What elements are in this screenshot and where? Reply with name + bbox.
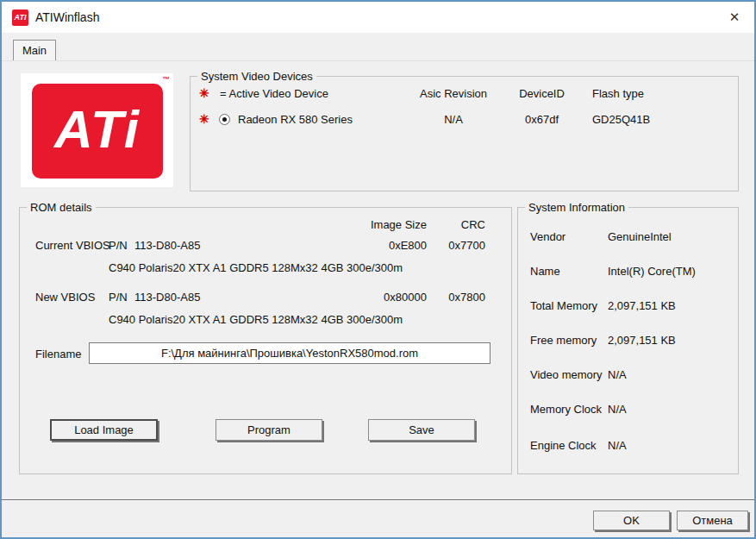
sysinfo-value-name: Intel(R) Core(TM) [608,265,696,278]
filename-input[interactable] [89,342,490,364]
system-video-devices-legend: System Video Devices [197,70,316,83]
device-deviceid: 0x67df [497,113,587,126]
window-title: ATIWinflash [35,10,99,24]
sysinfo-label-total-memory: Total Memory [530,299,597,312]
sysinfo-label-memory-clock: Memory Clock [530,403,602,416]
current-vbios-pn-label: P/N [109,239,128,252]
sysinfo-label-vendor: Vendor [530,230,565,243]
sysinfo-label-engine-clock: Engine Clock [530,439,597,452]
device-radio[interactable] [219,114,230,125]
device-asic-revision: N/A [406,113,501,126]
current-vbios-crc: 0x7700 [416,239,485,252]
atiwinflash-window: ATI ATIWinflash ✕ Main ATi ™ System Vide… [0,0,756,539]
sysinfo-value-video-memory: N/A [608,368,627,381]
column-header-asic-revision: Asic Revision [406,87,501,100]
rom-details-group: ROM details Image Size CRC Current VBIOS… [19,207,512,474]
ati-logo: ATi ™ [21,73,173,187]
sysinfo-value-memory-clock: N/A [608,403,627,416]
sysinfo-value-free-memory: 2,097,151 KB [608,334,676,347]
new-vbios-crc: 0x7800 [416,291,485,304]
current-vbios-label: Current VBIOS [35,239,110,252]
program-button[interactable]: Program [216,419,322,441]
current-vbios-image-size: 0xE800 [343,239,427,252]
filename-label: Filename [35,348,81,360]
device-active-marker-icon: ✳ [199,113,209,125]
save-button[interactable]: Save [368,419,475,441]
column-header-deviceid: DeviceID [497,87,587,100]
new-vbios-image-size: 0x80000 [343,291,427,304]
new-vbios-pn: 113-D80-A85 [134,291,200,304]
sysinfo-label-video-memory: Video memory [530,368,603,381]
column-header-crc: CRC [416,218,485,231]
current-vbios-description: C940 Polaris20 XTX A1 GDDR5 128Mx32 4GB … [109,261,403,274]
system-information-legend: System Information [525,201,628,214]
column-header-image-size: Image Size [343,218,427,231]
new-vbios-pn-label: P/N [109,291,128,304]
active-device-key-label: = Active Video Device [220,87,328,100]
sysinfo-label-name: Name [530,265,560,278]
new-vbios-description: C940 Polaris20 XTX A1 GDDR5 128Mx32 4GB … [109,313,403,326]
ok-button[interactable]: OK [593,511,670,530]
current-vbios-pn: 113-D80-A85 [134,239,200,252]
ati-app-icon: ATI [12,9,28,26]
new-vbios-label: New VBIOS [35,291,95,304]
device-flash-type: GD25Q41B [592,113,650,126]
title-bar: ATI ATIWinflash ✕ [2,2,754,33]
trademark-symbol: ™ [162,75,170,84]
tab-pane-border [2,60,754,61]
ati-logo-red-panel: ATi [32,84,163,179]
close-icon[interactable]: ✕ [715,2,754,33]
device-name[interactable]: Radeon RX 580 Series [238,113,353,126]
sysinfo-value-vendor: GenuineIntel [608,230,672,243]
sysinfo-value-total-memory: 2,097,151 KB [608,299,676,312]
active-device-marker-icon: ✳ [199,87,209,99]
sysinfo-label-free-memory: Free memory [530,334,597,347]
rom-details-legend: ROM details [27,201,96,214]
system-information-group: System Information Vendor GenuineIntel N… [517,207,739,474]
tab-main[interactable]: Main [13,40,56,60]
footer-separator [2,499,754,501]
system-video-devices-group: System Video Devices ✳ = Active Video De… [190,76,739,191]
sysinfo-value-engine-clock: N/A [608,439,627,452]
cancel-button[interactable]: Отмена [677,511,748,530]
ati-logo-letters: ATi [54,103,141,156]
column-header-flash-type: Flash type [592,87,644,100]
load-image-button[interactable]: Load Image [50,419,158,441]
